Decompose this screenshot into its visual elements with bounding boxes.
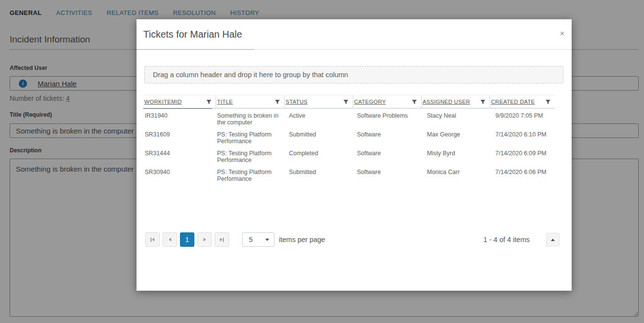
page-1-button[interactable]: 1 [180,232,194,247]
tickets-modal: Tickets for Marian Hale × Drag a column … [137,19,572,291]
previous-page-icon [169,238,171,242]
column-header-label: STATUS [286,99,307,105]
cell-status: Active [285,108,353,127]
cell-workitemid: SR30940 [143,165,216,184]
cell-workitemid: IR31940 [143,108,216,127]
cell-created-date: 7/14/2020 6:06 PM [490,165,555,184]
cell-assigned-user: Misty Byrd [422,146,490,165]
page-size-select[interactable]: 5 [242,232,274,247]
table-row[interactable]: SR30940 PS: Testing Platform Performance… [143,165,555,184]
grid-pager: 1 5 items per page 1 - 4 of 4 items [143,232,572,247]
modal-title: Tickets for Marian Hale [143,29,242,40]
triangle-up-icon [551,239,555,241]
table-row[interactable]: SR31444 PS: Testing Platform Performance… [143,146,555,165]
cell-title: Something is broken in the computer [216,108,285,127]
column-header-label: TITLE [217,99,233,105]
page-size-value: 5 [249,236,265,243]
cell-status: Submitted [285,127,353,146]
first-page-icon [151,238,151,242]
modal-header: Tickets for Marian Hale × [137,19,572,50]
chevron-down-icon [265,239,269,241]
cell-workitemid: SR31609 [143,127,216,146]
cell-created-date: 7/14/2020 6:09 PM [490,146,555,165]
cell-assigned-user: Monica Carr [422,165,490,184]
filter-icon[interactable] [411,99,417,105]
table-row[interactable]: SR31609 PS: Testing Platform Performance… [143,127,555,146]
filter-icon[interactable] [545,99,551,105]
next-page-button[interactable] [197,232,212,247]
table-row[interactable]: IR31940 Something is broken in the compu… [143,108,555,127]
items-per-page-label: items per page [279,232,325,247]
collapse-button[interactable] [546,233,560,246]
column-header-label: ASSIGNED USER [423,99,470,105]
pager-range-label: 1 - 4 of 4 items [483,236,530,243]
grid-header-row: WORKITEMID TITLE STATUS CATEGORY ASSIGNE… [143,95,555,108]
cell-title: PS: Testing Platform Performance [216,127,285,146]
cell-assigned-user: Stacy Neal [422,108,490,127]
column-header-status[interactable]: STATUS [285,95,353,108]
first-page-button[interactable] [145,232,160,247]
cell-assigned-user: Max George [422,127,490,146]
cell-category: Software [353,127,422,146]
column-header-assigned-user[interactable]: ASSIGNED USER [422,95,490,108]
cell-workitemid: SR31444 [143,146,216,165]
tickets-grid: WORKITEMID TITLE STATUS CATEGORY ASSIGNE… [143,95,555,184]
cell-category: Software [353,165,422,184]
close-icon[interactable]: × [560,30,564,38]
column-header-label: WORKITEMID [144,99,182,105]
cell-status: Completed [285,146,353,165]
column-header-label: CATEGORY [354,99,386,105]
filter-icon[interactable] [343,99,349,105]
cell-category: Software Problems [353,108,422,127]
column-group-dropzone[interactable]: Drag a column header and drop it here to… [144,66,563,83]
column-header-title[interactable]: TITLE [216,95,285,108]
cell-created-date: 9/9/2020 7:05 PM [490,108,555,127]
column-header-label: CREATED DATE [491,99,535,105]
column-header-workitemid[interactable]: WORKITEMID [143,95,216,108]
cell-title: PS: Testing Platform Performance [216,165,285,184]
cell-category: Software [353,146,422,165]
last-page-button[interactable] [215,232,229,247]
filter-icon[interactable] [206,99,212,105]
previous-page-button[interactable] [163,232,177,247]
column-header-created-date[interactable]: CREATED DATE [490,95,555,108]
cell-status: Submitted [285,165,353,184]
column-header-category[interactable]: CATEGORY [353,95,422,108]
cell-created-date: 7/14/2020 6:10 PM [490,127,555,146]
filter-icon[interactable] [480,99,486,105]
last-page-icon [220,238,222,242]
next-page-icon [204,238,206,242]
filter-icon[interactable] [274,99,280,105]
cell-title: PS: Testing Platform Performance [216,146,285,165]
